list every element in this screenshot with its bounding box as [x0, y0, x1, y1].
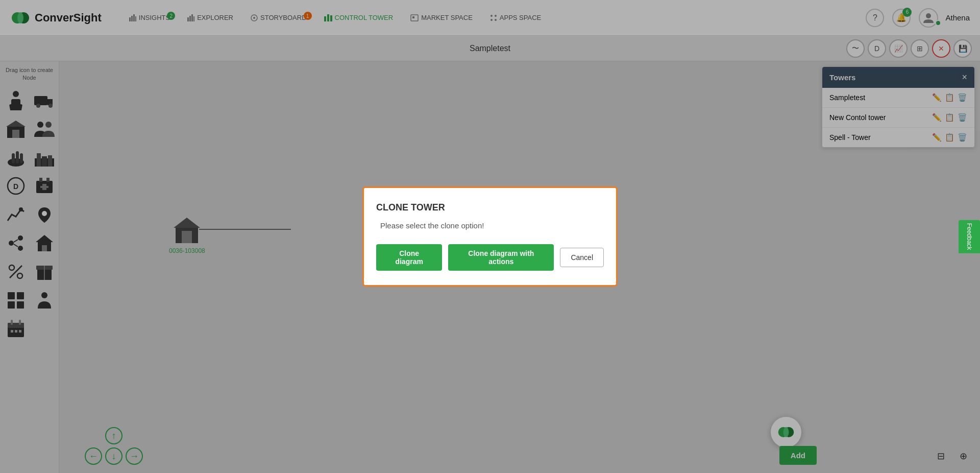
modal-title: CLONE TOWER	[376, 202, 604, 213]
modal-body: Please select the clone option!	[376, 221, 604, 230]
clone-with-actions-button[interactable]: Clone diagram with actions	[448, 244, 554, 271]
modal-overlay: CLONE TOWER Please select the clone opti…	[0, 0, 980, 473]
modal-footer: Clone diagram Clone diagram with actions…	[376, 244, 604, 271]
feedback-tab[interactable]: Feedback	[959, 220, 980, 253]
cancel-modal-button[interactable]: Cancel	[560, 248, 604, 267]
clone-tower-modal: CLONE TOWER Please select the clone opti…	[362, 186, 618, 287]
clone-diagram-button[interactable]: Clone diagram	[376, 244, 442, 271]
